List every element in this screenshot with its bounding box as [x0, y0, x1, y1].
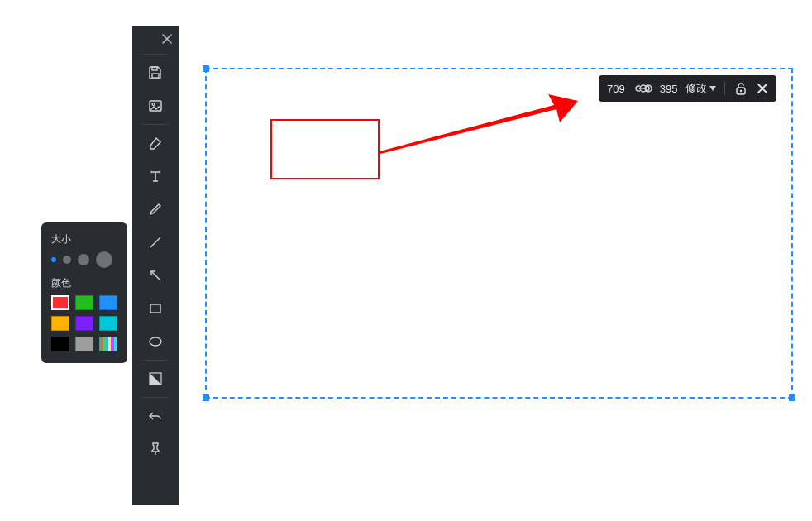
arrow-icon[interactable] — [132, 259, 179, 292]
save-icon[interactable] — [132, 56, 179, 89]
lock-open-icon[interactable] — [733, 81, 748, 96]
toolbar — [132, 26, 179, 505]
color-swatch-green[interactable] — [75, 295, 93, 310]
size-row — [51, 251, 117, 268]
height-value: 395 — [660, 83, 678, 95]
color-swatch-cyan[interactable] — [99, 316, 117, 331]
color-swatch-purple[interactable] — [75, 316, 93, 331]
separator — [143, 360, 168, 361]
separator — [143, 124, 168, 125]
color-swatch-yellow[interactable] — [51, 316, 69, 331]
options-panel: 大小 颜色 — [41, 222, 127, 363]
color-swatch-black[interactable] — [51, 337, 69, 351]
close-icon[interactable] — [162, 34, 172, 44]
undo-icon[interactable] — [132, 399, 179, 433]
pencil-icon[interactable] — [132, 193, 179, 226]
eraser-icon[interactable] — [132, 127, 179, 160]
selection-area[interactable] — [205, 68, 793, 399]
color-grid — [51, 295, 117, 351]
close-icon[interactable] — [757, 83, 768, 94]
rectangle-icon[interactable] — [132, 292, 179, 325]
color-swatch-rainbow[interactable] — [99, 337, 117, 351]
color-label: 颜色 — [51, 276, 117, 290]
resize-handle-bottom-right[interactable] — [789, 394, 795, 401]
separator — [143, 54, 168, 55]
pin-icon[interactable] — [132, 433, 179, 466]
svg-point-3 — [152, 103, 155, 106]
size-option-2[interactable] — [63, 256, 71, 264]
separator — [724, 82, 725, 95]
line-icon[interactable] — [132, 226, 179, 259]
size-option-3[interactable] — [78, 254, 89, 265]
width-value: 709 — [607, 83, 625, 95]
resize-handle-top-left[interactable] — [203, 65, 209, 72]
svg-rect-1 — [152, 74, 159, 78]
ellipse-icon[interactable] — [132, 325, 179, 358]
modify-label: 修改 — [685, 81, 707, 96]
text-icon[interactable] — [132, 160, 179, 193]
link-icon[interactable] — [633, 84, 652, 93]
resize-handle-bottom-left[interactable] — [203, 394, 209, 401]
svg-point-9 — [740, 90, 742, 92]
svg-rect-4 — [150, 304, 160, 313]
color-swatch-gray[interactable] — [75, 337, 93, 351]
size-label: 大小 — [51, 232, 117, 246]
image-icon[interactable] — [132, 89, 179, 122]
mask-icon[interactable] — [132, 362, 179, 395]
drawn-rectangle[interactable] — [270, 119, 380, 179]
svg-rect-0 — [152, 67, 157, 70]
svg-point-5 — [150, 337, 161, 346]
dimension-bar: 709 395 修改 — [599, 75, 776, 102]
color-swatch-red[interactable] — [51, 295, 69, 310]
modify-dropdown[interactable]: 修改 — [685, 81, 716, 96]
size-option-4[interactable] — [96, 251, 112, 268]
color-swatch-blue[interactable] — [99, 295, 117, 310]
size-option-1[interactable] — [51, 257, 56, 262]
separator — [143, 397, 168, 398]
